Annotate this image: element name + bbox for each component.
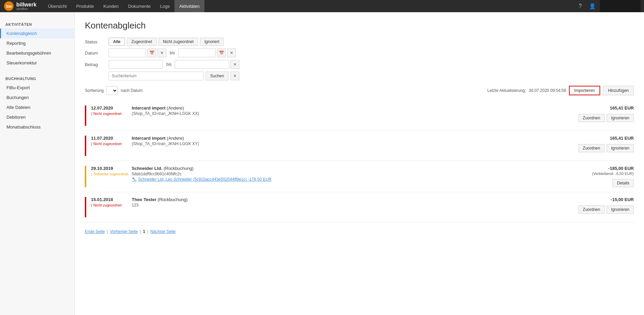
sidebar-section-buchhaltung: BUCHHALTUNG (0, 73, 74, 83)
nav-ubersicht[interactable]: Übersicht (43, 0, 72, 12)
transaction-actions: Details (559, 179, 634, 187)
ignore-button[interactable]: Ignorieren (607, 205, 634, 214)
sidebar-item-bearbeitungsgebuhren[interactable]: Bearbeitungsgebühren (0, 48, 74, 58)
amount-from-input[interactable] (109, 60, 163, 69)
sidebar-item-monatsabschluss[interactable]: Monatsabschluss (0, 122, 74, 132)
transaction-title: Schneider Ltd. (Rückbuchung) (132, 166, 559, 171)
transaction-remaining: (Verbleibend: -6,50 EUR) (559, 172, 634, 176)
status-bar-red (85, 136, 86, 156)
add-button[interactable]: Hinzufügen (603, 86, 634, 95)
status-bar-red (85, 105, 86, 126)
transaction-subtitle: 123 (132, 203, 559, 208)
transaction-actions: Zuordnen Ignorieren (559, 144, 634, 152)
search-clear-icon[interactable]: ✕ (231, 72, 239, 80)
transaction-amount: -185,00 EUR (559, 166, 634, 171)
transaction-link[interactable]: 🔧 Schneider Ltd, Leo Schneider (5c910acc… (132, 177, 559, 182)
main-content: Kontenabgleich Status Alle Zugeordnet Ni… (75, 12, 644, 315)
transaction-actions: Zuordnen Ignorieren (559, 205, 634, 214)
date-to-clear-icon[interactable]: ✕ (227, 48, 236, 57)
help-icon[interactable]: ? (575, 1, 585, 11)
transaction-amount-col: 165,41 EUR Zuordnen Ignorieren (559, 136, 634, 152)
transaction-info: Theo Tester (Rückbuchung) 123 (132, 197, 559, 208)
status-btn-nicht-zugeordnet[interactable]: Nicht zugeordnet (159, 38, 198, 46)
brand-sub: sandbox (16, 7, 28, 11)
transaction-type: (Rückbuchung) (164, 166, 194, 171)
main-layout: AKTIVITÄTEN Kontenabgleich Reporting Bea… (0, 12, 644, 315)
nav-logs[interactable]: Logs (155, 0, 174, 12)
amount-clear-icon[interactable]: ✕ (231, 60, 239, 69)
transaction-date: 11.07.2020 (91, 136, 132, 141)
date-from-clear-icon[interactable]: ✕ (158, 48, 166, 57)
transaction-status: | Nicht zugeordnet (91, 142, 132, 146)
transaction-info: Schneider Ltd. (Rückbuchung) 5dab1ddf9cc… (132, 166, 559, 182)
status-indicator: | (91, 142, 92, 146)
search-row: Suchen ✕ (109, 72, 634, 80)
pagination-separator-1: | (107, 229, 108, 234)
ignore-button[interactable]: Ignorieren (607, 114, 634, 122)
sidebar-item-buchungen[interactable]: Buchungen (0, 93, 74, 102)
table-row: 15.01.2018 | Nicht zugeordnet Theo Teste… (85, 192, 634, 222)
transaction-info: Intercard import (Andere) (Shop_TA_ID=tr… (132, 136, 559, 146)
transaction-amount-col: 165,41 EUR Zuordnen Ignorieren (559, 105, 634, 122)
transaction-type: (Andere) (167, 136, 184, 141)
last-update-value: 30.07.2020 09:54:58 (529, 88, 566, 93)
main-nav: Übersicht Produkte Kunden Dokumente Logs… (43, 0, 575, 12)
transaction-actions: Zuordnen Ignorieren (559, 114, 634, 122)
pagination-first[interactable]: Erste Seite (85, 229, 105, 234)
sidebar-item-steuerkorrektur[interactable]: Steuerkorrektur (0, 58, 74, 68)
status-bar-orange (85, 166, 86, 187)
pagination-next[interactable]: Nächste Seite (150, 229, 176, 234)
date-to-calendar-icon[interactable]: 📅 (217, 48, 226, 57)
search-button[interactable]: Suchen (206, 72, 228, 80)
status-indicator: | (91, 203, 92, 207)
sort-select[interactable] (106, 86, 118, 95)
status-text: Teilweise zugeordnet (93, 172, 128, 176)
status-filter-row: Status Alle Zugeordnet Nicht zugeordnet … (85, 38, 634, 46)
brand-logo[interactable]: bw billwerk sandbox (3, 1, 37, 12)
status-btn-alle[interactable]: Alle (109, 38, 125, 46)
user-bar[interactable] (600, 0, 641, 12)
transaction-status: | Teilweise zugeordnet (91, 172, 132, 176)
assign-button[interactable]: Zuordnen (578, 144, 605, 152)
date-separator: bis (170, 51, 175, 55)
sidebar-section-aktivitaten: AKTIVITÄTEN (0, 19, 74, 28)
amount-input-group: bis ✕ (109, 60, 239, 69)
amount-to-input[interactable] (175, 60, 229, 69)
transaction-date-col: 29.10.2019 | Teilweise zugeordnet (91, 166, 132, 176)
sidebar-item-kontenabgleich[interactable]: Kontenabgleich (0, 28, 74, 38)
transaction-title: Intercard import (Andere) (132, 105, 559, 111)
pagination-prev[interactable]: Vorherige Seite (110, 229, 138, 234)
transaction-date-col: 15.01.2018 | Nicht zugeordnet (91, 197, 132, 207)
svg-text:bw: bw (6, 4, 12, 9)
sidebar-item-fibu-export[interactable]: FiBu-Export (0, 83, 74, 93)
date-label: Datum (85, 51, 109, 56)
status-indicator: | (91, 172, 92, 176)
import-button[interactable]: Importieren (569, 86, 601, 95)
date-to-input[interactable] (178, 48, 216, 57)
status-btn-zugeordnet[interactable]: Zugeordnet (127, 38, 157, 46)
sidebar-item-reporting[interactable]: Reporting (0, 38, 74, 48)
ignore-button[interactable]: Ignorieren (607, 144, 634, 152)
search-input[interactable] (109, 72, 204, 80)
date-from-calendar-icon[interactable]: 📅 (147, 48, 156, 57)
date-from-input[interactable] (109, 48, 146, 57)
sidebar-item-alte-dateien[interactable]: Alte Dateien (0, 102, 74, 112)
assign-button[interactable]: Zuordnen (578, 205, 605, 214)
transaction-date: 15.01.2018 (91, 197, 132, 202)
nav-kunden[interactable]: Kunden (99, 0, 124, 12)
status-text: Nicht zugeordnet (93, 203, 122, 207)
transaction-amount: 165,41 EUR (559, 136, 634, 141)
details-button[interactable]: Details (612, 179, 634, 187)
transaction-date-col: 12.07.2020 | Nicht zugeordnet (91, 105, 132, 116)
nav-dokumente[interactable]: Dokumente (123, 0, 155, 12)
status-bar-red (85, 197, 86, 217)
page-title: Kontenabgleich (85, 20, 634, 31)
sort-text: nach Datum (121, 88, 143, 93)
assign-button[interactable]: Zuordnen (578, 114, 605, 122)
nav-aktivitaten[interactable]: Aktivitäten (174, 0, 204, 12)
nav-produkte[interactable]: Produkte (72, 0, 99, 12)
user-icon[interactable]: 👤 (588, 1, 597, 11)
status-buttons: Alle Zugeordnet Nicht zugeordnet Ignorie… (109, 38, 224, 46)
sidebar-item-debitoren[interactable]: Debitoren (0, 112, 74, 122)
status-btn-ignoriert[interactable]: Ignoriert (200, 38, 224, 46)
